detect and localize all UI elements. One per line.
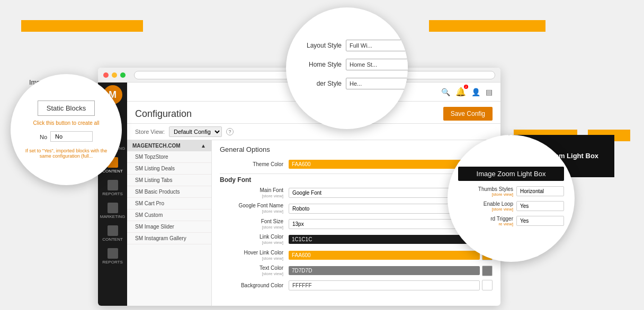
general-options-title: General Options [220, 145, 493, 153]
page-title: Configuration [135, 108, 192, 120]
layout-style-circle: Layout Style Home Style der Style [286, 7, 408, 129]
close-dot[interactable] [103, 72, 109, 78]
enable-loop-input[interactable] [516, 201, 564, 211]
minimize-dot[interactable] [112, 72, 117, 78]
admin-layout: M BOARD MARKETING CONTENT REPORTS MARKET… [98, 83, 500, 306]
no-label: No [40, 134, 47, 140]
help-icon[interactable]: ? [226, 128, 234, 135]
enable-loop-row: Enable Loop [store view] [458, 201, 564, 212]
thumbs-styles-input[interactable] [516, 186, 564, 196]
sidebar-item-listing-deals[interactable]: SM Listing Deals [127, 163, 211, 175]
zoom-title: Image Zoom Light Box [458, 167, 564, 181]
import-note: If set to "Yes", imported blocks with th… [21, 148, 111, 159]
layout-style-input[interactable] [346, 40, 408, 51]
theme-color-row: Theme Color [220, 159, 493, 169]
maximize-dot[interactable] [120, 72, 126, 78]
admin-body: MAGENTECH.COM ▲ SM TopzStore SM Listing … [127, 140, 500, 306]
thumbs-styles-label: Thumbs Styles [store view] [458, 186, 513, 197]
main-font-store-note: [store view] [220, 194, 283, 199]
hover-link-color-input[interactable] [289, 251, 480, 260]
sidebar-section-label: MAGENTECH.COM [132, 143, 181, 149]
sidebar-item-content2[interactable]: CONTENT [98, 222, 127, 245]
orange-bar-top-right [429, 20, 545, 32]
header-style-input[interactable] [346, 78, 408, 89]
hover-link-color-row: Hover Link Color [store view] [220, 249, 493, 261]
menu-icon[interactable]: ▤ [486, 88, 493, 96]
store-view-select[interactable]: Default Config [169, 126, 222, 137]
static-blocks-circle: Static Blocks Click this button to creat… [11, 74, 122, 185]
sidebar-item-cart-pro[interactable]: SM Cart Pro [127, 198, 211, 209]
sidebar-item-instagram-gallery[interactable]: SM Instagram Gallery [127, 233, 211, 244]
link-color-label: Link Color [store view] [220, 233, 289, 245]
user-icon[interactable]: 👤 [471, 88, 480, 96]
layout-style-label: Layout Style [294, 42, 342, 49]
link-color-input[interactable] [289, 235, 480, 244]
thumbs-styles-row: Thumbs Styles [store view] [458, 186, 564, 197]
static-blocks-button[interactable]: Static Blocks [38, 101, 95, 116]
sidebar-item-reports[interactable]: REPORTS [98, 177, 127, 199]
config-sidebar-section[interactable]: MAGENTECH.COM ▲ [127, 140, 211, 151]
sidebar-item-topzstore[interactable]: SM TopzStore [127, 151, 211, 163]
background-color-swatch[interactable] [482, 280, 493, 290]
hover-link-color-label: Hover Link Color [store view] [220, 249, 289, 261]
image-zoom-circle: Image Zoom Light Box Thumbs Styles [stor… [448, 135, 575, 262]
background-color-row: Background Color [220, 280, 493, 290]
store-view-label: Store View: [135, 129, 165, 135]
text-color-label: Text Color [store view] [220, 265, 289, 277]
hover-link-store-note: [store view] [220, 256, 283, 261]
background-color-field [289, 280, 493, 290]
link-color-row: Link Color [store view] [220, 233, 493, 245]
sidebar-item-reports2[interactable]: REPORTS [98, 245, 127, 268]
rd-trigger-input[interactable] [516, 216, 564, 226]
hover-link-color-field [289, 250, 493, 260]
content2-icon [108, 225, 118, 236]
main-font-label: Main Font [store view] [220, 187, 289, 199]
notification-badge[interactable]: 🔔2 [455, 87, 466, 97]
rd-trigger-label: rd Trigger re view] [458, 216, 513, 226]
rd-trigger-row: rd Trigger re view] [458, 216, 564, 226]
text-color-swatch[interactable] [482, 266, 493, 276]
home-style-row: Home Style [294, 59, 400, 70]
font-size-store-note: [store view] [220, 225, 283, 230]
search-icon[interactable]: 🔍 [441, 88, 450, 96]
marketing2-icon [108, 203, 118, 213]
enable-loop-label: Enable Loop [store view] [458, 201, 513, 212]
reports-icon [108, 180, 118, 190]
layout-style-row: Layout Style [294, 40, 400, 51]
theme-color-input[interactable] [289, 160, 480, 169]
enable-loop-note: [store view] [458, 207, 513, 212]
background-color-label: Background Color [220, 282, 289, 289]
store-view-row: Store View: Default Config ? [127, 124, 500, 140]
text-color-row: Text Color [store view] [220, 265, 493, 277]
google-font-name-label: Google Font Name [store view] [220, 202, 289, 214]
badge-count: 2 [464, 85, 468, 89]
font-size-label: Font Size [store view] [220, 218, 289, 230]
sidebar-collapse-icon[interactable]: ▲ [201, 143, 206, 149]
sidebar-item-basic-products[interactable]: SM Basic Products [127, 186, 211, 198]
thumbs-styles-note: [store view] [458, 192, 513, 197]
text-color-store-note: [store view] [220, 271, 283, 277]
config-sidebar: MAGENTECH.COM ▲ SM TopzStore SM Listing … [127, 140, 212, 306]
sidebar-item-listing-tabs[interactable]: SM Listing Tabs [127, 175, 211, 186]
background-color-input[interactable] [289, 280, 480, 290]
no-input[interactable]: No [50, 131, 93, 142]
text-color-input[interactable] [289, 266, 480, 275]
save-config-button[interactable]: Save Config [443, 107, 493, 121]
static-blocks-description: Click this button to create all [33, 120, 99, 126]
home-style-label: Home Style [294, 61, 342, 68]
sidebar-item-image-slider[interactable]: SM Image Slider [127, 221, 211, 233]
link-color-store-note: [store view] [220, 240, 283, 245]
header-style-label: der Style [294, 80, 342, 87]
home-style-input[interactable] [346, 59, 408, 70]
theme-color-label: Theme Color [220, 161, 289, 168]
text-color-field [289, 266, 493, 276]
sidebar-item-custom[interactable]: SM Custom [127, 209, 211, 221]
orange-bar-top-left [21, 20, 143, 32]
google-font-store-note: [store view] [220, 209, 283, 214]
rd-trigger-note: re view] [458, 222, 513, 226]
header-style-row: der Style [294, 78, 400, 89]
reports2-icon [108, 248, 118, 259]
sidebar-item-marketing2[interactable]: MARKETING [98, 199, 127, 222]
